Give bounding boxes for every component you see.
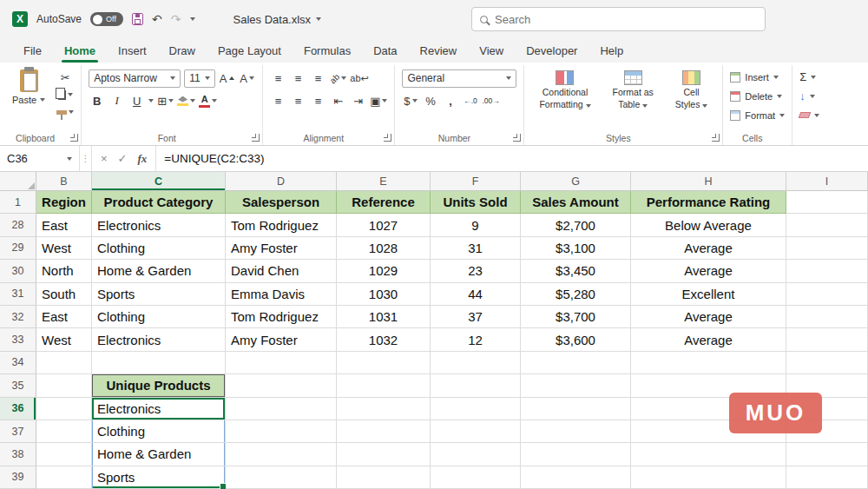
cut-icon[interactable]: ✂ xyxy=(56,71,74,83)
column-header-i[interactable]: I xyxy=(786,172,868,191)
cell[interactable] xyxy=(337,420,431,443)
cell[interactable] xyxy=(337,352,431,374)
search-box[interactable] xyxy=(471,7,766,31)
cell-H33[interactable]: Average xyxy=(631,328,786,351)
cell[interactable] xyxy=(786,443,868,466)
cell[interactable] xyxy=(786,328,868,351)
cell-D32[interactable]: Tom Rodriguez xyxy=(226,306,337,328)
cell-H30[interactable]: Average xyxy=(631,260,786,282)
row-header-1[interactable]: 1 xyxy=(0,191,36,214)
italic-button[interactable]: I xyxy=(108,92,125,109)
cell[interactable] xyxy=(36,398,92,420)
merge-center-icon[interactable]: ▣ xyxy=(370,92,387,109)
delete-button[interactable]: Delete xyxy=(730,87,785,105)
cell-F28[interactable]: 9 xyxy=(431,214,521,236)
format-painter-icon[interactable] xyxy=(56,106,74,118)
cell-C29[interactable]: Clothing xyxy=(92,237,226,260)
cell-C39[interactable]: Sports xyxy=(92,466,226,489)
conditional-formatting-button[interactable]: Conditional Formatting xyxy=(531,68,598,130)
cell-C32[interactable]: Clothing xyxy=(92,306,226,328)
tab-developer[interactable]: Developer xyxy=(515,38,589,63)
cell[interactable] xyxy=(337,398,431,420)
increase-decimal-icon[interactable]: ←.0 xyxy=(462,92,478,109)
cell[interactable] xyxy=(786,191,868,214)
redo-icon[interactable]: ↷ xyxy=(171,13,181,25)
insert-button[interactable]: Insert xyxy=(730,68,785,86)
cell-C31[interactable]: Sports xyxy=(92,283,226,306)
enter-icon[interactable]: ✓ xyxy=(118,152,128,165)
cell-D1[interactable]: Salesperson xyxy=(226,191,337,214)
cell-H29[interactable]: Average xyxy=(631,237,786,260)
font-name-select[interactable]: Aptos Narrow xyxy=(89,69,181,88)
paste-button[interactable]: Paste xyxy=(7,68,50,130)
cell[interactable] xyxy=(521,374,631,397)
cell[interactable] xyxy=(226,398,337,420)
shrink-font-icon[interactable]: A xyxy=(239,69,255,87)
cell-G1[interactable]: Sales Amount xyxy=(521,191,631,214)
cell-E1[interactable]: Reference xyxy=(337,191,431,214)
cell-E29[interactable]: 1028 xyxy=(337,237,431,260)
underline-chevron-icon[interactable] xyxy=(148,99,154,102)
cell[interactable] xyxy=(521,398,631,420)
cell-B31[interactable]: South xyxy=(36,283,92,306)
row-header-36[interactable]: 36 xyxy=(0,398,36,420)
cell[interactable] xyxy=(786,283,868,306)
column-header-e[interactable]: E xyxy=(337,172,431,191)
tab-formulas[interactable]: Formulas xyxy=(293,38,362,63)
tab-help[interactable]: Help xyxy=(589,38,635,63)
cell[interactable] xyxy=(786,306,868,328)
row-header-39[interactable]: 39 xyxy=(0,466,36,489)
cell-C28[interactable]: Electronics xyxy=(92,214,226,236)
underline-button[interactable]: U xyxy=(128,92,145,109)
cell[interactable] xyxy=(631,443,786,466)
cell-F29[interactable]: 31 xyxy=(431,237,521,260)
tab-home[interactable]: Home xyxy=(53,38,107,63)
cell[interactable] xyxy=(786,237,868,260)
cell-F31[interactable]: 44 xyxy=(431,283,521,306)
column-header-f[interactable]: F xyxy=(431,172,521,191)
cell-C33[interactable]: Electronics xyxy=(92,328,226,351)
increase-indent-icon[interactable]: ⇥ xyxy=(350,92,366,109)
dialog-launcher-icon[interactable] xyxy=(70,134,78,142)
cell-E31[interactable]: 1030 xyxy=(337,283,431,306)
cell-C30[interactable]: Home & Garden xyxy=(92,260,226,282)
cell-B29[interactable]: West xyxy=(36,237,92,260)
cell[interactable] xyxy=(786,214,868,236)
insert-function-icon[interactable]: fx xyxy=(138,152,148,166)
cell-H1[interactable]: Performance Rating xyxy=(631,191,786,214)
tab-view[interactable]: View xyxy=(468,38,515,63)
cell-G30[interactable]: $3,450 xyxy=(521,260,631,282)
cell-E33[interactable]: 1032 xyxy=(337,328,431,351)
borders-icon[interactable]: ⊞ xyxy=(157,92,174,109)
comma-icon[interactable]: , xyxy=(442,92,458,109)
cell[interactable] xyxy=(631,352,786,374)
cell[interactable] xyxy=(36,374,92,397)
save-icon[interactable] xyxy=(132,13,143,25)
search-input[interactable] xyxy=(495,13,757,26)
cell-D30[interactable]: David Chen xyxy=(226,260,337,282)
clear-button[interactable] xyxy=(799,106,819,124)
currency-icon[interactable]: $ xyxy=(402,92,418,109)
cell[interactable] xyxy=(431,420,521,443)
fill-color-icon[interactable] xyxy=(177,92,195,109)
tab-draw[interactable]: Draw xyxy=(158,38,207,63)
cell-C38[interactable]: Home & Garden xyxy=(92,443,226,466)
cell[interactable] xyxy=(226,466,337,489)
grow-font-icon[interactable]: A xyxy=(219,69,235,87)
cell-B28[interactable]: East xyxy=(36,214,92,236)
cell-D31[interactable]: Emma Davis xyxy=(226,283,337,306)
cell-F33[interactable]: 12 xyxy=(431,328,521,351)
cell-E30[interactable]: 1029 xyxy=(337,260,431,282)
bold-button[interactable]: B xyxy=(89,92,105,109)
cell-E28[interactable]: 1027 xyxy=(337,214,431,236)
align-middle-icon[interactable]: ≡ xyxy=(290,69,306,87)
cell-B32[interactable]: East xyxy=(36,306,92,328)
cell[interactable] xyxy=(92,352,226,374)
cell[interactable] xyxy=(786,466,868,489)
cell[interactable] xyxy=(431,374,521,397)
cell-F30[interactable]: 23 xyxy=(431,260,521,282)
cell[interactable] xyxy=(431,466,521,489)
cell[interactable] xyxy=(36,466,92,489)
cell-B30[interactable]: North xyxy=(36,260,92,282)
cell[interactable] xyxy=(521,352,631,374)
